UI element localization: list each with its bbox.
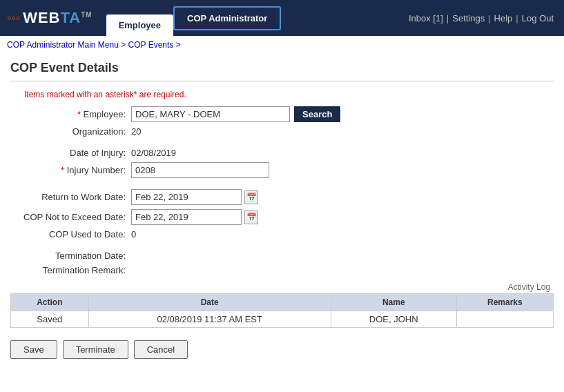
cell-remarks	[456, 311, 553, 328]
cell-date: 02/08/2019 11:37 AM EST	[88, 311, 331, 328]
table-row: Saved02/08/2019 11:37 AM ESTDOE, JOHN	[11, 311, 554, 328]
logout-link[interactable]: Log Out	[522, 13, 554, 23]
save-button[interactable]: Save	[10, 340, 57, 359]
cell-name: DOE, JOHN	[331, 311, 456, 328]
nav-tabs: Employee COP Administrator	[93, 0, 282, 36]
settings-link[interactable]: Settings	[452, 13, 485, 23]
organization-label: Organization:	[10, 126, 131, 137]
termination-remark-label: Termination Remark:	[10, 265, 131, 275]
date-of-injury-row: Date of Injury: 02/08/2019	[10, 148, 554, 158]
date-of-injury-value: 02/08/2019	[131, 148, 176, 158]
button-row: SaveTerminateCancel	[10, 340, 554, 359]
inbox-link[interactable]: Inbox [1]	[409, 13, 443, 23]
activity-log-label: Activity Log	[10, 282, 554, 292]
activity-table-body: Saved02/08/2019 11:37 AM ESTDOE, JOHN	[11, 311, 554, 328]
termination-date-row: Termination Date:	[10, 251, 554, 261]
page-title: COP Event Details	[10, 61, 554, 81]
logo-dots: ◦◦◦	[7, 11, 20, 26]
activity-table: Action Date Name Remarks Saved02/08/2019…	[10, 293, 554, 328]
search-button[interactable]: Search	[294, 106, 340, 122]
injury-number-input[interactable]	[131, 162, 269, 178]
breadcrumb-cop-events[interactable]: COP Events	[128, 40, 174, 50]
employee-label: Employee:	[10, 109, 131, 119]
required-note: Items marked with an asterisk* are requi…	[24, 90, 554, 99]
activity-table-header: Action Date Name Remarks	[11, 294, 554, 311]
termination-date-label: Termination Date:	[10, 251, 131, 261]
cop-not-exceed-row: COP Not to Exceed Date: 📅	[10, 209, 554, 225]
help-link[interactable]: Help	[494, 13, 513, 23]
employee-row: Employee: Search	[10, 106, 554, 122]
employee-input[interactable]	[131, 106, 290, 122]
termination-remark-row: Termination Remark:	[10, 265, 554, 275]
tab-cop-administrator[interactable]: COP Administrator	[173, 6, 281, 30]
organization-row: Organization: 20	[10, 126, 554, 137]
return-to-work-calendar-icon[interactable]: 📅	[244, 190, 258, 204]
breadcrumb-main-menu[interactable]: COP Administrator Main Menu	[7, 40, 119, 50]
logo: ◦◦◦ WEBTATM	[0, 9, 93, 27]
header-right: Inbox [1] | Settings | Help | Log Out	[409, 13, 564, 23]
cop-not-exceed-input[interactable]	[131, 209, 242, 225]
cop-used-label: COP Used to Date:	[10, 229, 131, 239]
cancel-button[interactable]: Cancel	[134, 340, 188, 359]
return-to-work-row: Return to Work Date: 📅	[10, 189, 554, 205]
injury-number-label: Injury Number:	[10, 165, 131, 175]
cop-used-row: COP Used to Date: 0	[10, 229, 554, 239]
return-to-work-input[interactable]	[131, 189, 242, 205]
organization-value: 20	[131, 126, 141, 137]
return-to-work-label: Return to Work Date:	[10, 192, 131, 202]
breadcrumb: COP Administrator Main Menu > COP Events…	[0, 36, 564, 54]
activity-log-section: Activity Log Action Date Name Remarks Sa…	[10, 282, 554, 328]
header: ◦◦◦ WEBTATM Employee COP Administrator I…	[0, 0, 564, 36]
cell-action: Saved	[11, 311, 89, 328]
tab-employee[interactable]: Employee	[106, 14, 173, 36]
terminate-button[interactable]: Terminate	[63, 340, 128, 359]
col-action: Action	[11, 294, 89, 311]
cop-not-exceed-calendar-icon[interactable]: 📅	[244, 210, 258, 224]
col-name: Name	[331, 294, 456, 311]
cop-not-exceed-label: COP Not to Exceed Date:	[10, 212, 131, 222]
cop-used-value: 0	[131, 229, 136, 239]
date-of-injury-label: Date of Injury:	[10, 148, 131, 158]
logo-text: WEBTATM	[23, 9, 92, 27]
col-date: Date	[88, 294, 331, 311]
col-remarks: Remarks	[456, 294, 553, 311]
main-content: COP Event Details Items marked with an a…	[0, 54, 564, 366]
injury-number-row: Injury Number:	[10, 162, 554, 178]
logo-tm: TM	[81, 11, 92, 19]
